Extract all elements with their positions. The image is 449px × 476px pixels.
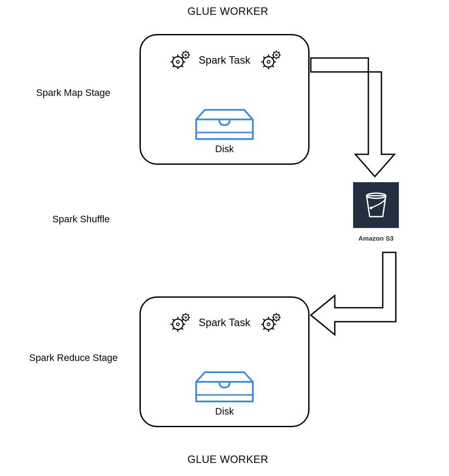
gear-icon	[168, 51, 190, 70]
stage-map-label: Spark Map Stage	[36, 87, 110, 99]
stage-reduce-label: Spark Reduce Stage	[29, 352, 118, 364]
bucket-icon	[363, 190, 389, 220]
stage-shuffle-label: Spark Shuffle	[52, 214, 110, 225]
task-row-map: Spark Task	[141, 51, 308, 70]
disk-reduce: Disk	[141, 371, 308, 417]
disk-map: Disk	[141, 109, 308, 155]
worker-box-reduce: Spark Task Disk	[139, 296, 310, 427]
arrow-s3-to-reduce	[309, 251, 405, 338]
header-bottom: GLUE WORKER	[187, 453, 269, 466]
disk-icon	[192, 109, 257, 141]
worker-box-map: Spark Task Disk	[139, 34, 310, 165]
task-label: Spark Task	[199, 316, 250, 329]
s3-label: Amazon S3	[358, 235, 394, 242]
gear-icon	[259, 51, 281, 70]
disk-icon	[192, 371, 257, 404]
disk-label: Disk	[215, 143, 234, 155]
disk-label: Disk	[215, 406, 234, 417]
s3-box	[353, 182, 399, 228]
gear-icon	[168, 313, 190, 332]
task-label: Spark Task	[199, 54, 250, 66]
arrow-map-to-s3	[310, 57, 410, 179]
task-row-reduce: Spark Task	[141, 313, 308, 332]
gear-icon	[259, 313, 281, 332]
header-top: GLUE WORKER	[187, 5, 269, 17]
